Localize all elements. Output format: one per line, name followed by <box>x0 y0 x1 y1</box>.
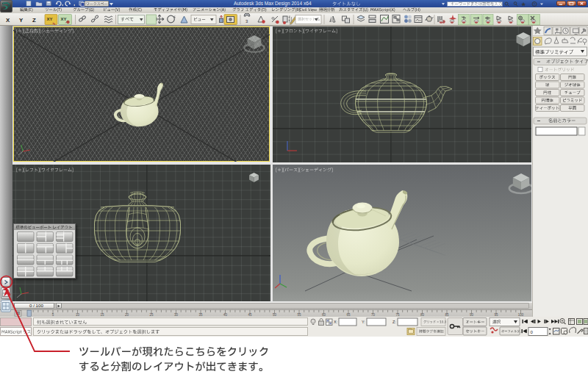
svg-text:70: 70 <box>371 313 376 317</box>
svg-text:30: 30 <box>174 313 179 317</box>
svg-text:XY: XY <box>47 17 53 21</box>
svg-text:Z:: Z: <box>392 320 396 324</box>
svg-text:55: 55 <box>297 313 301 317</box>
svg-text:X:: X: <box>334 320 338 324</box>
svg-text:0: 0 <box>531 330 534 334</box>
svg-text:0 / 100: 0 / 100 <box>29 303 43 308</box>
svg-text:40: 40 <box>223 313 228 317</box>
svg-text:75: 75 <box>395 313 400 317</box>
svg-text:50: 50 <box>273 313 277 317</box>
svg-text:Y:: Y: <box>362 320 365 324</box>
svg-text:XY: XY <box>61 17 67 21</box>
svg-text:15: 15 <box>100 313 104 317</box>
svg-text:25: 25 <box>149 313 154 317</box>
svg-text:100: 100 <box>518 313 524 317</box>
svg-text:5: 5 <box>52 313 54 317</box>
svg-text:X: X <box>6 17 10 24</box>
svg-text:60: 60 <box>322 313 326 317</box>
svg-text:95: 95 <box>494 313 498 317</box>
svg-text:Autodesk 3ds Max Design 2014 x: Autodesk 3ds Max Design 2014 x64 <box>234 1 312 7</box>
svg-text:Z: Z <box>32 17 36 24</box>
svg-text:20: 20 <box>125 313 129 317</box>
svg-text:65: 65 <box>346 313 351 317</box>
svg-text:80: 80 <box>420 313 425 317</box>
svg-text:35: 35 <box>198 313 203 317</box>
svg-text:85: 85 <box>445 313 449 317</box>
svg-text:45: 45 <box>248 313 252 317</box>
svg-text:90: 90 <box>470 313 474 317</box>
svg-text:Y: Y <box>19 17 24 24</box>
svg-text:10: 10 <box>76 313 80 317</box>
